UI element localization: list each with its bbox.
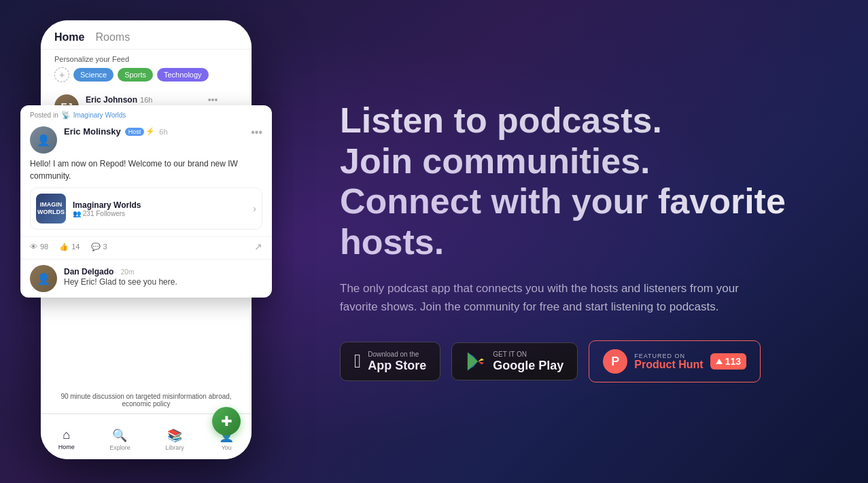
channel-name[interactable]: Imaginary Worlds xyxy=(73,111,126,119)
google-play-button[interactable]: GET IT ON Google Play xyxy=(451,342,578,380)
nav-home[interactable]: Home xyxy=(54,31,84,43)
comment-text: Hey Eric! Glad to see you here. xyxy=(64,277,262,287)
card-user-name: Eric Molinsky xyxy=(64,126,121,137)
fab-button[interactable]: ✚ xyxy=(212,407,241,435)
google-play-main: Google Play xyxy=(493,359,563,372)
phone-nav: Home Rooms xyxy=(41,20,251,50)
phone-mockup-section: Home Rooms Personalize your Feed + Scien… xyxy=(0,0,313,483)
hero-headline: Listen to podcasts. Join communities. Co… xyxy=(340,101,827,263)
more-options-button[interactable]: ••• xyxy=(251,126,262,139)
app-store-main: App Store xyxy=(368,359,426,372)
google-play-sub: GET IT ON xyxy=(493,351,563,358)
podcast-card[interactable]: IMAGINWORLDS Imaginary Worlds 👥 231 Foll… xyxy=(30,187,262,230)
google-play-text: GET IT ON Google Play xyxy=(493,351,563,372)
headline-line1: Listen to podcasts. xyxy=(340,101,662,140)
nav-rooms[interactable]: Rooms xyxy=(95,31,130,43)
cta-buttons:  Download on the App Store GET IT ON Go… xyxy=(340,340,827,382)
host-badge: Host xyxy=(125,128,145,136)
card-time: 6h xyxy=(159,128,167,136)
podcast-thumbnail: IMAGINWORLDS xyxy=(36,194,66,223)
card-actions: 👁 98 👍 14 💬 3 ↗ xyxy=(20,236,272,259)
explore-tab-icon: 🔍 xyxy=(112,428,127,443)
svg-marker-2 xyxy=(479,361,485,364)
svg-marker-0 xyxy=(468,353,478,371)
comments-count[interactable]: 💬 3 xyxy=(91,243,107,251)
like-icon: 👍 xyxy=(59,243,69,251)
podcast-info: Imaginary Worlds 👥 231 Followers xyxy=(73,200,141,217)
ph-name: Product Hunt xyxy=(634,359,703,370)
avatar-eric-molinsky: 👤 xyxy=(30,126,57,154)
tab-explore[interactable]: 🔍 Explore xyxy=(109,428,131,451)
post-card: Posted in 📡 Imaginary Worlds 👤 Eric Moli… xyxy=(20,105,272,298)
posted-in-text: Posted in xyxy=(30,111,58,119)
card-message: Hello! I am now on Repod! Welcome to our… xyxy=(20,158,272,187)
product-hunt-count: 113 xyxy=(710,353,746,370)
podcast-name: Imaginary Worlds xyxy=(73,200,141,210)
tag-science[interactable]: Science xyxy=(73,68,114,82)
library-tab-icon: 📚 xyxy=(167,428,182,443)
feed-user-name: Eric Johnson xyxy=(86,95,137,105)
podcast-followers: 👥 231 Followers xyxy=(73,210,141,217)
app-store-sub: Download on the xyxy=(368,351,426,358)
avatar-dan-delgado: 👤 xyxy=(30,265,57,292)
chevron-right-icon: › xyxy=(253,203,256,214)
lightning-icon: ⚡ xyxy=(145,127,155,136)
headline-line3: Connect with your favorite hosts. xyxy=(340,181,786,262)
share-button[interactable]: ↗ xyxy=(254,241,262,252)
feed-tags: + Science Sports Technology xyxy=(41,67,251,89)
svg-marker-1 xyxy=(479,359,485,361)
hero-section: Listen to podcasts. Join communities. Co… xyxy=(313,60,868,424)
comment-time: 20m xyxy=(121,268,134,276)
personalize-label: Personalize your Feed xyxy=(41,50,251,67)
card-user-row: 👤 Eric Molinsky Host ⚡ 6h ••• xyxy=(20,122,272,158)
user-name-row: Eric Molinsky Host ⚡ 6h xyxy=(64,126,244,137)
product-hunt-text: FEATURED ON Product Hunt xyxy=(634,353,703,370)
likes-count[interactable]: 👍 14 xyxy=(59,243,80,251)
tag-sports[interactable]: Sports xyxy=(118,68,153,82)
tab-library[interactable]: 📚 Library xyxy=(165,428,184,451)
posted-in-label: Posted in 📡 Imaginary Worlds xyxy=(20,105,272,122)
ph-count-value: 113 xyxy=(725,356,741,367)
upvote-triangle-icon xyxy=(716,359,723,364)
app-store-button[interactable]:  Download on the App Store xyxy=(340,342,440,381)
feed-time: 16h xyxy=(140,96,152,104)
rss-icon: 📡 xyxy=(61,111,71,120)
headline-line2: Join communities. xyxy=(340,141,650,181)
comment-content: Dan Delgado 20m Hey Eric! Glad to see yo… xyxy=(64,265,262,287)
add-tag-button[interactable]: + xyxy=(54,67,69,82)
views-count: 👁 98 xyxy=(30,243,48,251)
apple-icon:  xyxy=(354,351,361,372)
product-hunt-button[interactable]: P FEATURED ON Product Hunt 113 xyxy=(589,340,761,382)
comment-row: 👤 Dan Delgado 20m Hey Eric! Glad to see … xyxy=(20,259,272,298)
home-tab-icon: ⌂ xyxy=(63,428,70,442)
tag-technology[interactable]: Technology xyxy=(157,68,209,82)
app-store-text: Download on the App Store xyxy=(368,351,426,372)
hero-subtitle: The only podcast app that connects you w… xyxy=(340,279,761,316)
comment-icon: 💬 xyxy=(91,243,101,251)
google-play-icon xyxy=(466,351,486,372)
eye-icon: 👁 xyxy=(30,243,37,251)
commenter-name: Dan Delgado xyxy=(64,267,114,276)
phone-bottom: 90 minute discussion on targeted misinfo… xyxy=(41,387,251,459)
tab-home[interactable]: ⌂ Home xyxy=(58,428,75,451)
product-hunt-logo: P xyxy=(603,349,627,374)
